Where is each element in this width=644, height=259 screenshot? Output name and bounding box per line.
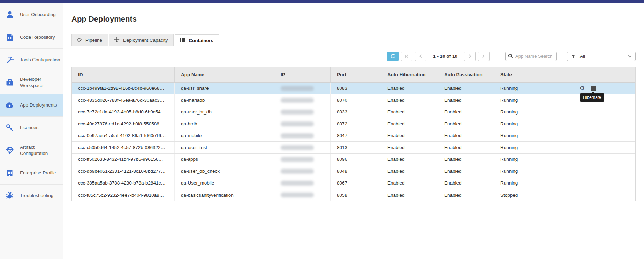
cell-auto-passivation: Enabled <box>438 118 494 130</box>
sidebar-item-label: Code Repository <box>20 34 61 40</box>
table-row[interactable]: ccc-c5050d64-1452-4c57-872b-086322…qa-us… <box>72 142 635 154</box>
redacted-ip <box>281 133 314 138</box>
first-page-button[interactable] <box>401 52 412 61</box>
tab-strip: Pipeline Deployment Capacity Containers <box>71 34 636 46</box>
cell-ip <box>274 118 331 130</box>
cell-port: 8013 <box>331 142 381 153</box>
cell-port: 8048 <box>331 165 381 177</box>
column-header-port[interactable]: Port <box>331 67 381 82</box>
cell-auto-passivation: Enabled <box>438 106 494 118</box>
top-bar <box>0 0 644 3</box>
tab-containers[interactable]: Containers <box>175 34 219 46</box>
refresh-button[interactable] <box>387 52 399 61</box>
redacted-ip <box>281 86 314 91</box>
sidebar-item-troubleshooting[interactable]: Troubleshooting <box>0 185 63 207</box>
cell-id: ccc-c5050d64-1452-4c57-872b-086322… <box>72 142 175 153</box>
cell-actions: ⚙Hibernate <box>573 83 635 94</box>
cell-auto-hibernation: Enabled <box>381 177 438 189</box>
cell-app-name: qa-apps <box>175 154 274 165</box>
cell-auto-passivation: Enabled <box>438 142 494 153</box>
cell-state: Stopped <box>494 189 573 201</box>
column-header-auto-hibernation[interactable]: Auto Hibernation <box>381 67 438 82</box>
cell-id: ccc-ff502633-8432-41d4-97b6-996156… <box>72 154 175 165</box>
cell-auto-hibernation: Enabled <box>381 165 438 177</box>
bug-icon <box>5 191 14 201</box>
sidebar-item-tools-configuration[interactable]: Tools Configuration <box>0 49 63 71</box>
cell-app-name: qa-user_db_check <box>175 165 274 177</box>
redacted-ip <box>281 145 314 150</box>
table-body: ccc-1b499fa1-2d98-416b-8c4b-960e68…qa-us… <box>72 83 635 201</box>
key-icon <box>5 123 14 133</box>
main-content: App Deployments Pipeline Deployment Capa… <box>63 3 644 259</box>
cell-state: Running <box>494 165 573 177</box>
next-page-button[interactable] <box>464 52 476 61</box>
table-row[interactable]: ccc-385aa5ab-3788-4230-b78a-b2841c…qa-Us… <box>72 177 635 189</box>
filter-dropdown[interactable]: All <box>567 52 636 61</box>
containers-table: ID App Name IP Port Auto Hibernation Aut… <box>71 67 636 201</box>
cell-id: ccc-f85c75c2-9232-4ee7-b404-9810a8… <box>72 189 175 201</box>
settings-gear-icon[interactable]: ⚙ <box>579 85 585 91</box>
sidebar-item-label: User Onboarding <box>20 11 61 18</box>
sidebar-item-licenses[interactable]: Licenses <box>0 117 63 139</box>
sidebar-item-artifact-configuration[interactable]: Artifact Configuration <box>0 139 63 162</box>
table-row[interactable]: ccc-f85c75c2-9232-4ee7-b404-9810a8…qa-ba… <box>72 189 635 201</box>
cell-auto-hibernation: Enabled <box>381 189 438 201</box>
cell-port: 8067 <box>331 177 381 189</box>
column-header-auto-passivation[interactable]: Auto Passivation <box>438 67 494 82</box>
cell-auto-passivation: Enabled <box>438 130 494 141</box>
cell-app-name: qa-basicsanityverification <box>175 189 274 201</box>
cell-actions <box>573 118 635 130</box>
table-row[interactable]: ccc-49c27876-ed1c-4292-b0f8-550588…qa-hr… <box>72 118 635 130</box>
redacted-ip <box>281 193 314 197</box>
cell-state: Running <box>494 130 573 141</box>
move-icon <box>114 37 120 44</box>
cell-actions <box>573 106 635 118</box>
cell-state: Running <box>494 177 573 189</box>
table-row[interactable]: ccc-ff502633-8432-41d4-97b6-996156…qa-ap… <box>72 154 635 165</box>
filter-value: All <box>580 54 623 59</box>
column-header-ip[interactable]: IP <box>274 67 331 82</box>
cell-auto-hibernation: Enabled <box>381 94 438 106</box>
cell-auto-hibernation: Enabled <box>381 118 438 130</box>
cell-id: ccc-49c27876-ed1c-4292-b0f8-550588… <box>72 118 175 130</box>
sidebar-item-enterprise-profile[interactable]: Enterprise Profile <box>0 162 63 185</box>
app-name-search-input[interactable] <box>505 52 557 61</box>
sidebar-item-label: Troubleshooting <box>20 193 61 199</box>
pagination-range: 1 - 10 of 10 <box>433 54 457 59</box>
column-header-state[interactable]: State <box>494 67 573 82</box>
sidebar-item-user-onboarding[interactable]: User Onboarding <box>0 3 63 26</box>
sidebar-item-app-deployments[interactable]: App Deployments <box>0 94 63 117</box>
table-row[interactable]: ccc-4835d026-788f-46ea-a76d-30aac3…qa-ma… <box>72 94 635 106</box>
cell-auto-hibernation: Enabled <box>381 83 438 94</box>
sidebar-item-code-repository[interactable]: Code Repository <box>0 26 63 49</box>
cell-auto-passivation: Enabled <box>438 154 494 165</box>
pipeline-icon <box>76 37 82 44</box>
column-header-app-name[interactable]: App Name <box>175 67 274 82</box>
table-row[interactable]: ccc-0e97aea4-a5af-4102-86a1-fd60e16…qa-m… <box>72 130 635 142</box>
cell-app-name: qa-user_test <box>175 142 274 153</box>
hibernate-stop-icon[interactable] <box>591 86 596 91</box>
cell-port: 8096 <box>331 154 381 165</box>
cell-port: 8033 <box>331 106 381 118</box>
cell-auto-passivation: Enabled <box>438 94 494 106</box>
tab-deployment-capacity[interactable]: Deployment Capacity <box>109 34 174 46</box>
toolbar: 1 - 10 of 10 All <box>71 52 636 61</box>
sidebar-item-developer-workspace[interactable]: Developer Workspace <box>0 71 63 94</box>
cell-id: ccc-0e97aea4-a5af-4102-86a1-fd60e16… <box>72 130 175 141</box>
column-header-id[interactable]: ID <box>72 67 175 82</box>
table-row[interactable]: ccc-1b499fa1-2d98-416b-8c4b-960e68…qa-us… <box>72 83 635 94</box>
table-row[interactable]: ccc-db9be051-2331-4121-8c10-8bd277…qa-us… <box>72 165 635 177</box>
previous-page-button[interactable] <box>415 52 426 61</box>
cell-app-name: qa-user_hr_db <box>175 106 274 118</box>
tab-label: Containers <box>189 38 213 43</box>
tab-pipeline[interactable]: Pipeline <box>71 34 108 46</box>
cell-auto-passivation: Enabled <box>438 165 494 177</box>
cell-auto-hibernation: Enabled <box>381 142 438 153</box>
chevron-down-icon <box>628 55 632 58</box>
tab-label: Pipeline <box>85 38 102 43</box>
redacted-ip <box>281 110 314 115</box>
bars-icon <box>180 37 185 44</box>
cell-id: ccc-385aa5ab-3788-4230-b78a-b2841c… <box>72 177 175 189</box>
last-page-button[interactable] <box>478 52 490 61</box>
table-row[interactable]: ccc-7e72c1da-4193-4b05-b8d0-6b9c54…qa-us… <box>72 106 635 118</box>
